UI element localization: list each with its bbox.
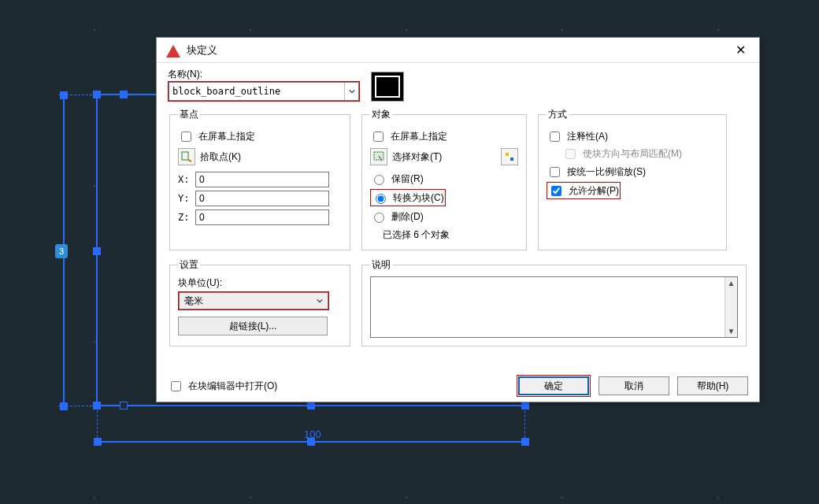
- grip[interactable]: [307, 402, 315, 410]
- grip[interactable]: [521, 438, 529, 446]
- grip[interactable]: [94, 438, 102, 446]
- objects-legend: 对象: [370, 108, 392, 121]
- cancel-button[interactable]: 取消: [598, 376, 669, 395]
- description-group: 说明 ▲▼: [361, 258, 747, 346]
- grip[interactable]: [60, 91, 68, 99]
- x-input-row[interactable]: X:: [178, 172, 342, 187]
- label: 取消: [624, 380, 643, 393]
- quick-select-button[interactable]: [501, 148, 518, 165]
- dimension-badge: 3: [55, 244, 68, 258]
- label: 在屏幕上指定: [391, 130, 447, 143]
- name-label: 名称(N):: [168, 68, 360, 81]
- label: 删除(D): [391, 210, 424, 224]
- y-input-row[interactable]: Y:: [178, 191, 342, 206]
- checkbox[interactable]: [373, 132, 384, 142]
- titlebar[interactable]: 块定义 ✕: [157, 38, 759, 63]
- radio[interactable]: [374, 213, 384, 223]
- checkbox[interactable]: [550, 132, 560, 142]
- pick-point-label: 拾取点(K): [200, 150, 241, 164]
- y-label: Y:: [178, 193, 191, 204]
- label: 超链接(L)...: [229, 320, 277, 333]
- select-objects-button[interactable]: [370, 148, 387, 165]
- label: 按统一比例缩放(S): [567, 165, 646, 179]
- close-button[interactable]: ✕: [724, 38, 756, 62]
- settings-legend: 设置: [178, 258, 200, 272]
- dimension-value: 100: [304, 428, 321, 440]
- delete-radio[interactable]: 删除(D): [370, 209, 518, 224]
- basepoint-legend: 基点: [178, 108, 200, 121]
- pick-point-button[interactable]: [178, 148, 195, 165]
- description-area[interactable]: ▲▼: [370, 276, 738, 338]
- label: 注释性(A): [567, 130, 608, 143]
- description-input[interactable]: [371, 277, 724, 337]
- convert-radio[interactable]: 转换为块(C): [372, 191, 444, 205]
- mode-group: 方式 注释性(A) 使块方向与布局匹配(M) 按统一比例缩放(S) 允许分解: [538, 108, 727, 250]
- annotative-check[interactable]: 注释性(A): [547, 129, 718, 143]
- units-label: 块单位(U):: [178, 276, 342, 290]
- label: 转换为块(C): [393, 191, 444, 205]
- checkbox[interactable]: [551, 186, 561, 196]
- radio[interactable]: [374, 175, 384, 185]
- checkbox[interactable]: [550, 167, 560, 177]
- radio[interactable]: [376, 194, 386, 204]
- mode-legend: 方式: [547, 108, 569, 121]
- basepoint-group: 基点 在屏幕上指定 拾取点(K) X: Y:: [169, 108, 350, 250]
- x-input[interactable]: [195, 172, 329, 187]
- selected-count: 已选择 6 个对象: [383, 228, 518, 242]
- block-preview: [371, 72, 404, 102]
- y-input[interactable]: [195, 191, 329, 206]
- match-orientation-check: 使块方向与布局匹配(M): [562, 146, 718, 161]
- block-definition-dialog: 块定义 ✕ 名称(N): 基点: [156, 37, 760, 402]
- checkbox[interactable]: [181, 132, 191, 142]
- help-button[interactable]: 帮助(H): [677, 376, 748, 395]
- scrollbar[interactable]: ▲▼: [724, 277, 737, 337]
- grip[interactable]: [93, 247, 101, 255]
- grip[interactable]: [120, 91, 128, 98]
- name-input[interactable]: [169, 83, 344, 100]
- scroll-up-icon[interactable]: ▲: [728, 279, 736, 287]
- chevron-down-icon: [317, 298, 323, 304]
- z-input-row[interactable]: Z:: [178, 209, 342, 225]
- select-objects-label: 选择对象(T): [392, 150, 442, 164]
- settings-group: 设置 块单位(U): 毫米 超链接(L)...: [169, 258, 350, 346]
- objects-group: 对象 在屏幕上指定 选择对象(T) 保留(R: [361, 108, 527, 250]
- label: 在块编辑器中打开(O): [188, 380, 277, 393]
- units-value: 毫米: [184, 295, 203, 308]
- obj-onscreen-check[interactable]: 在屏幕上指定: [370, 129, 518, 143]
- checkbox: [565, 149, 576, 159]
- allow-explode-check[interactable]: 允许分解(P): [548, 183, 619, 198]
- checkbox[interactable]: [171, 381, 181, 391]
- uniform-scale-check[interactable]: 按统一比例缩放(S): [547, 165, 718, 179]
- label: 保留(R): [391, 172, 424, 186]
- ok-button[interactable]: 确定: [518, 376, 589, 395]
- label: 在屏幕上指定: [198, 130, 255, 143]
- grip[interactable]: [521, 402, 529, 410]
- label: 确定: [544, 380, 563, 393]
- z-label: Z:: [178, 212, 191, 223]
- svg-rect-0: [182, 152, 188, 160]
- scroll-down-icon[interactable]: ▼: [728, 327, 736, 335]
- grip[interactable]: [60, 402, 68, 410]
- name-combo[interactable]: [169, 82, 359, 101]
- retain-radio[interactable]: 保留(R): [370, 172, 518, 186]
- base-onscreen-check[interactable]: 在屏幕上指定: [178, 129, 342, 143]
- label: 帮助(H): [697, 380, 729, 393]
- hyperlink-button[interactable]: 超链接(L)...: [178, 317, 328, 335]
- units-select[interactable]: 毫米: [179, 292, 328, 309]
- autocad-logo-icon: [166, 43, 180, 57]
- x-label: X:: [178, 174, 191, 185]
- open-in-editor-check[interactable]: 在块编辑器中打开(O): [168, 379, 277, 393]
- z-input[interactable]: [195, 209, 329, 225]
- chevron-down-icon[interactable]: [344, 83, 358, 100]
- grip[interactable]: [120, 402, 128, 410]
- label: 允许分解(P): [569, 184, 619, 198]
- label: 使块方向与布局匹配(M): [583, 147, 682, 161]
- description-legend: 说明: [370, 258, 392, 272]
- dialog-title: 块定义: [187, 43, 217, 57]
